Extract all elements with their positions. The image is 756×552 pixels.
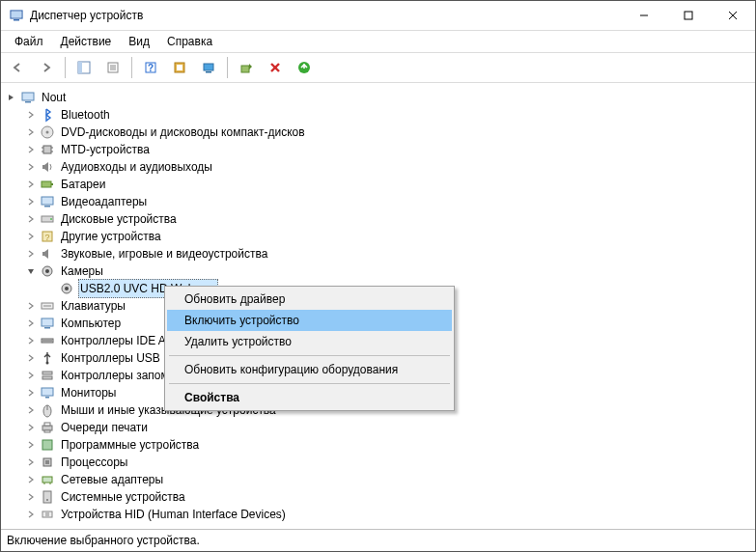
expand-icon[interactable] — [24, 247, 38, 261]
expand-icon[interactable] — [24, 160, 38, 174]
context-menu: Обновить драйвер Включить устройство Уда… — [164, 286, 455, 411]
help-button[interactable]: ? — [138, 55, 163, 80]
expand-icon[interactable] — [24, 299, 38, 313]
tree-category[interactable]: Процессоры — [24, 454, 751, 471]
category-label: Батареи — [59, 176, 107, 193]
uninstall-button[interactable] — [263, 55, 288, 80]
tree-category[interactable]: Видеоадаптеры — [24, 193, 751, 210]
device-tree-panel[interactable]: Nout BluetoothDVD-дисководы и дисководы … — [1, 83, 755, 529]
expand-icon[interactable] — [24, 421, 38, 434]
category-icon — [40, 107, 55, 123]
back-button[interactable] — [5, 55, 30, 80]
expand-icon[interactable] — [24, 334, 38, 347]
ctx-properties[interactable]: Свойства — [167, 387, 452, 408]
svg-rect-32 — [42, 181, 51, 187]
category-label: Процессоры — [59, 454, 130, 471]
expand-icon[interactable] — [24, 438, 38, 452]
ctx-delete-device[interactable]: Удалить устройство — [167, 331, 452, 352]
tree-root[interactable]: Nout — [5, 89, 751, 106]
enable-device-button[interactable] — [292, 55, 317, 80]
expand-icon[interactable] — [24, 108, 38, 122]
category-label: Сетевые адаптеры — [59, 471, 165, 488]
ctx-separator — [169, 355, 450, 356]
tree-category[interactable]: Аудиовходы и аудиовыходы — [24, 158, 751, 176]
menu-view[interactable]: Вид — [121, 33, 157, 50]
device-manager-window: Диспетчер устройств Файл Действие Вид Сп… — [0, 0, 756, 552]
svg-rect-23 — [22, 93, 34, 100]
svg-rect-46 — [42, 318, 53, 326]
forward-button[interactable] — [34, 55, 59, 80]
tree-category[interactable]: Устройства HID (Human Interface Devices) — [24, 506, 751, 523]
tree-root-label: Nout — [40, 89, 68, 106]
tree-category[interactable]: Программные устройства — [24, 436, 751, 454]
expand-icon[interactable] — [24, 369, 38, 382]
expand-icon[interactable] — [24, 125, 38, 139]
expand-icon[interactable] — [24, 212, 38, 226]
expand-icon[interactable] — [24, 455, 38, 469]
svg-text:?: ? — [148, 63, 154, 73]
ctx-enable-device[interactable]: Включить устройство — [167, 310, 452, 331]
category-icon — [40, 455, 55, 470]
svg-text:?: ? — [44, 233, 49, 242]
menu-action[interactable]: Действие — [53, 33, 120, 50]
expand-icon-placeholder — [43, 282, 57, 295]
properties-button[interactable] — [100, 55, 126, 80]
update-driver-button[interactable] — [234, 55, 259, 80]
tree-category[interactable]: ?Другие устройства — [24, 228, 751, 245]
category-label: Камеры — [59, 262, 105, 280]
expand-icon[interactable] — [24, 351, 38, 365]
scan-hardware-button[interactable] — [196, 55, 221, 80]
tree-category[interactable]: Камеры — [24, 262, 751, 280]
svg-rect-17 — [204, 64, 213, 70]
expand-icon[interactable] — [24, 195, 38, 208]
expand-icon[interactable] — [24, 317, 38, 330]
category-label: Аудиовходы и аудиовыходы — [59, 158, 214, 176]
category-icon — [40, 368, 55, 383]
category-icon — [40, 177, 55, 192]
expand-icon[interactable] — [24, 386, 38, 400]
expand-icon[interactable] — [24, 143, 38, 156]
tree-category[interactable]: DVD-дисководы и дисководы компакт-дисков — [24, 124, 751, 141]
tree-category[interactable]: Звуковые, игровые и видеоустройства — [24, 245, 751, 262]
minimize-button[interactable] — [622, 1, 666, 30]
ctx-refresh-hw[interactable]: Обновить конфигурацию оборудования — [167, 359, 452, 380]
expand-icon[interactable] — [24, 490, 38, 504]
tree-category[interactable]: MTD-устройства — [24, 141, 751, 158]
svg-rect-8 — [78, 62, 82, 73]
tree-category[interactable]: Очереди печати — [24, 419, 751, 436]
expand-icon[interactable] — [24, 178, 38, 191]
expand-icon[interactable] — [5, 91, 18, 104]
category-label: Компьютер — [59, 315, 123, 332]
expand-icon[interactable] — [24, 403, 38, 417]
tree-category[interactable]: Дисковые устройства — [24, 210, 751, 228]
toolbar: ? — [1, 52, 755, 83]
category-icon — [40, 385, 55, 400]
expand-icon[interactable] — [24, 508, 38, 521]
toolbar-separator — [131, 57, 132, 78]
expand-icon[interactable] — [24, 473, 38, 486]
category-icon — [40, 124, 55, 140]
svg-rect-27 — [43, 146, 51, 153]
show-hide-tree-button[interactable] — [71, 55, 97, 80]
maximize-button[interactable] — [666, 1, 711, 30]
tree-category[interactable]: Сетевые адаптеры — [24, 471, 751, 488]
svg-rect-58 — [44, 423, 50, 426]
app-icon — [9, 8, 24, 23]
close-button[interactable] — [711, 1, 755, 30]
svg-rect-35 — [44, 206, 50, 207]
menu-help[interactable]: Справка — [159, 33, 220, 50]
tree-category[interactable]: Системные устройства — [24, 488, 751, 506]
expand-icon[interactable] — [24, 264, 38, 278]
category-label: Видеоадаптеры — [59, 193, 149, 210]
category-label: Bluetooth — [59, 106, 112, 124]
tree-category[interactable]: Bluetooth — [24, 106, 751, 124]
menu-file[interactable]: Файл — [7, 33, 51, 50]
category-label: Дисковые устройства — [59, 210, 179, 228]
tree-category[interactable]: Батареи — [24, 176, 751, 193]
category-icon — [40, 194, 55, 209]
category-label: Устройства HID (Human Interface Devices) — [59, 506, 288, 523]
expand-icon[interactable] — [24, 230, 38, 243]
action-button[interactable] — [167, 55, 192, 80]
ctx-update-driver[interactable]: Обновить драйвер — [167, 289, 452, 310]
category-icon — [40, 507, 55, 522]
